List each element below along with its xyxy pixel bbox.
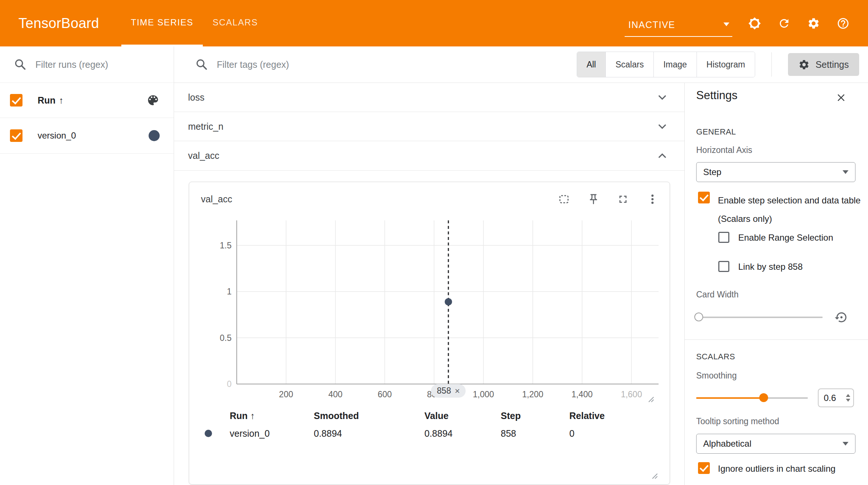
section-val-acc[interactable]: val_acc: [174, 141, 684, 171]
filter-image-button[interactable]: Image: [653, 52, 697, 77]
smoothing-slider-thumb[interactable]: [759, 393, 768, 402]
spin-down-icon[interactable]: [846, 399, 850, 402]
card-data-table: Run ↑ Smoothed Value Step Relative versi…: [189, 407, 670, 442]
link-by-step-checkbox[interactable]: [718, 261, 729, 272]
sort-arrow-icon[interactable]: ↑: [59, 95, 64, 106]
card-width-slider[interactable]: [696, 317, 823, 318]
table-header-run[interactable]: Run ↑: [230, 407, 314, 425]
table-header-value[interactable]: Value: [424, 407, 501, 425]
card-icon-group: [554, 189, 662, 209]
palette-icon: [146, 94, 160, 107]
svg-text:1,600: 1,600: [621, 390, 642, 399]
section-loss[interactable]: loss: [174, 83, 684, 112]
series-color-dot: [205, 430, 212, 437]
table-cell-step: 858: [501, 425, 569, 442]
card-width-label: Card Width: [696, 290, 739, 300]
card-menu-button[interactable]: [642, 189, 662, 209]
step-chip-value: 858: [437, 386, 451, 396]
chip-close-icon[interactable]: ×: [455, 387, 460, 395]
step-chip[interactable]: 858 ×: [431, 384, 466, 398]
scalar-card-val-acc: val_acc: [189, 182, 670, 485]
search-icon: [195, 58, 208, 71]
run-checkbox[interactable]: [10, 129, 22, 142]
brightness-toggle-button[interactable]: [746, 14, 763, 32]
number-spinner[interactable]: [843, 389, 853, 407]
gear-icon: [807, 17, 820, 30]
enable-range-selection-checkbox[interactable]: [718, 232, 729, 243]
enable-step-selection-label: Enable step selection and data table (Sc…: [718, 191, 862, 228]
expand-card-button[interactable]: [613, 189, 633, 209]
run-name: version_0: [38, 130, 76, 141]
tab-time-series[interactable]: TIME SERIES: [121, 0, 203, 46]
refresh-icon: [778, 17, 791, 30]
app-title: TensorBoard: [18, 15, 99, 31]
settings-toggle-button[interactable]: Settings: [788, 53, 859, 76]
ignore-outliers-checkbox[interactable]: [698, 462, 710, 474]
close-icon[interactable]: [835, 92, 847, 104]
svg-text:0: 0: [227, 379, 232, 389]
tooltip-sorting-value: Alphabetical: [703, 439, 751, 449]
data-selection-button[interactable]: [554, 189, 574, 209]
search-icon: [14, 58, 27, 71]
chevron-down-icon: [843, 170, 848, 174]
card-header: val_acc: [189, 182, 670, 216]
horizontal-axis-label: Horizontal Axis: [696, 145, 752, 155]
table-cell-smoothed: 0.8894: [314, 425, 424, 442]
runs-column-label: Run: [38, 95, 56, 106]
svg-text:400: 400: [328, 390, 342, 399]
chart-area[interactable]: 00.511.52004006008001,0001,2001,4001,600…: [189, 216, 670, 404]
card-resize-handle[interactable]: [650, 471, 659, 480]
svg-text:1.5: 1.5: [220, 241, 232, 250]
filter-all-button[interactable]: All: [577, 52, 606, 77]
pin-card-button[interactable]: [583, 189, 603, 209]
card-title: val_acc: [201, 194, 232, 205]
tags-list: loss metric_n val_acc val_acc: [174, 83, 684, 485]
runs-filter-input[interactable]: [35, 59, 163, 70]
tooltip-sorting-select[interactable]: Alphabetical: [696, 434, 855, 454]
horizontal-axis-select[interactable]: Step: [696, 162, 855, 182]
enable-range-selection-label: Enable Range Selection: [738, 233, 833, 243]
filter-scalars-button[interactable]: Scalars: [605, 52, 653, 77]
svg-text:600: 600: [378, 390, 392, 399]
smoothing-slider[interactable]: [696, 397, 808, 399]
help-button[interactable]: [834, 14, 852, 32]
tags-filter-input[interactable]: [217, 59, 423, 70]
selection-box-icon: [558, 193, 570, 205]
toolbar-divider: [771, 52, 772, 77]
smoothing-slider-fill: [696, 397, 764, 399]
header-icon-group: [746, 14, 852, 32]
spin-up-icon[interactable]: [846, 394, 850, 397]
run-list-item[interactable]: version_0: [0, 118, 174, 154]
table-header-relative[interactable]: Relative: [569, 407, 670, 425]
settings-button-label: Settings: [816, 59, 849, 70]
card-width-slider-thumb[interactable]: [694, 313, 703, 321]
select-all-runs-checkbox[interactable]: [10, 94, 22, 107]
smoothing-value-input[interactable]: 0.6: [818, 388, 854, 407]
svg-text:1: 1: [227, 287, 232, 296]
section-metric-n[interactable]: metric_n: [174, 112, 684, 141]
pin-icon: [587, 193, 600, 205]
link-by-step-label: Link by step 858: [738, 262, 803, 272]
chart-plot[interactable]: 00.511.52004006008001,0001,2001,4001,600: [189, 216, 670, 404]
scalars-heading: SCALARS: [696, 352, 735, 362]
settings-gear-button[interactable]: [805, 14, 822, 32]
reset-card-width-icon[interactable]: [835, 311, 848, 324]
chevron-up-icon[interactable]: [657, 151, 667, 161]
more-vert-icon: [646, 193, 659, 205]
enable-step-selection-checkbox[interactable]: [698, 192, 710, 203]
run-status-select[interactable]: INACTIVE: [625, 20, 732, 37]
filter-histogram-button[interactable]: Histogram: [697, 52, 755, 77]
chevron-down-icon[interactable]: [657, 92, 667, 102]
chevron-down-icon[interactable]: [657, 121, 667, 132]
main-content: All Scalars Image Histogram Settings los…: [174, 46, 868, 485]
table-cell-value: 0.8894: [424, 425, 501, 442]
table-header-step[interactable]: Step: [501, 407, 569, 425]
ignore-outliers-label: Ignore outliers in chart scaling: [718, 464, 836, 474]
tab-scalars[interactable]: SCALARS: [203, 0, 267, 46]
table-header-smoothed[interactable]: Smoothed: [314, 407, 424, 425]
chart-resize-handle[interactable]: [646, 394, 655, 403]
refresh-button[interactable]: [775, 14, 793, 32]
smoothing-label: Smoothing: [696, 371, 737, 381]
tensorboard-app: TensorBoard TIME SERIES SCALARS INACTIVE: [0, 0, 868, 485]
main-tabs: TIME SERIES SCALARS: [121, 0, 268, 46]
